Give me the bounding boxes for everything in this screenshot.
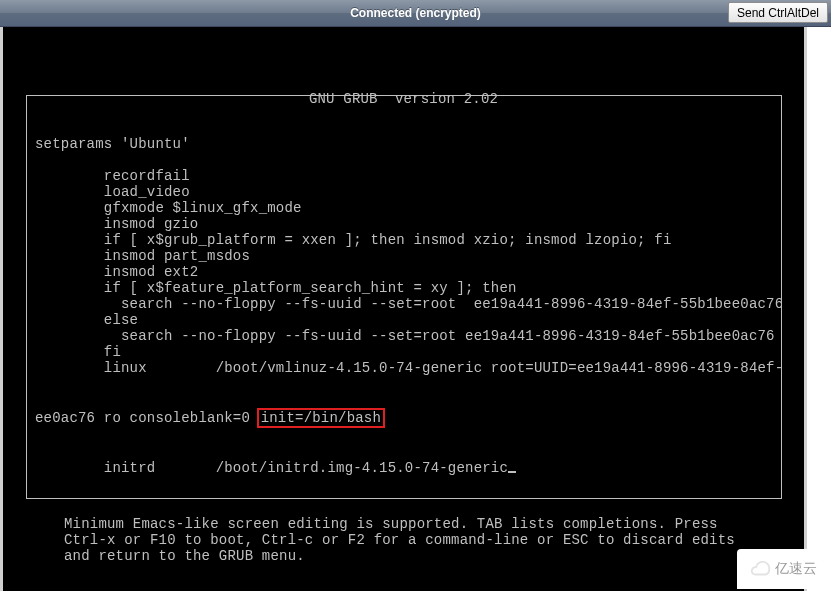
grub-line: linux /boot/vmlinuz-4.15.0-74-generic ro… (35, 360, 773, 376)
grub-line: search --no-floppy --fs-uuid --set=root … (35, 296, 773, 312)
connection-status: Connected (encrypted) (350, 6, 481, 20)
grub-line: if [ x$feature_platform_search_hint = xy… (35, 280, 773, 296)
cloud-icon (749, 558, 771, 580)
grub-line: setparams 'Ubuntu' (35, 136, 773, 152)
console-frame: GNU GRUB version 2.02 setparams 'Ubuntu'… (0, 27, 807, 591)
vnc-topbar: Connected (encrypted) Send CtrlAltDel (0, 0, 831, 27)
grub-line: ee0ac76 ro consoleblank=0 (35, 410, 259, 426)
grub-line: search --no-floppy --fs-uuid --set=root … (35, 328, 773, 344)
highlighted-text: init=/bin/bash (257, 408, 385, 428)
grub-line (35, 152, 773, 168)
grub-help-text: Minimum Emacs-like screen editing is sup… (64, 516, 761, 564)
send-ctrlaltdel-button[interactable]: Send CtrlAltDel (728, 2, 828, 23)
grub-line: insmod gzio (35, 216, 773, 232)
text-cursor-icon (508, 471, 516, 473)
grub-line: fi (35, 344, 773, 360)
grub-line: initrd /boot/initrd.img-4.15.0-74-generi… (35, 460, 508, 476)
grub-line: if [ x$grub_platform = xxen ]; then insm… (35, 232, 773, 248)
watermark-text: 亿速云 (775, 560, 817, 578)
watermark: 亿速云 (737, 549, 829, 589)
grub-edit-box[interactable]: setparams 'Ubuntu' recordfail load_video… (26, 95, 782, 499)
grub-line: gfxmode $linux_gfx_mode (35, 200, 773, 216)
grub-line: else (35, 312, 773, 328)
grub-line: insmod part_msdos (35, 248, 773, 264)
grub-console[interactable]: GNU GRUB version 2.02 setparams 'Ubuntu'… (6, 27, 801, 591)
grub-line: load_video (35, 184, 773, 200)
grub-line: recordfail (35, 168, 773, 184)
grub-line: insmod ext2 (35, 264, 773, 280)
